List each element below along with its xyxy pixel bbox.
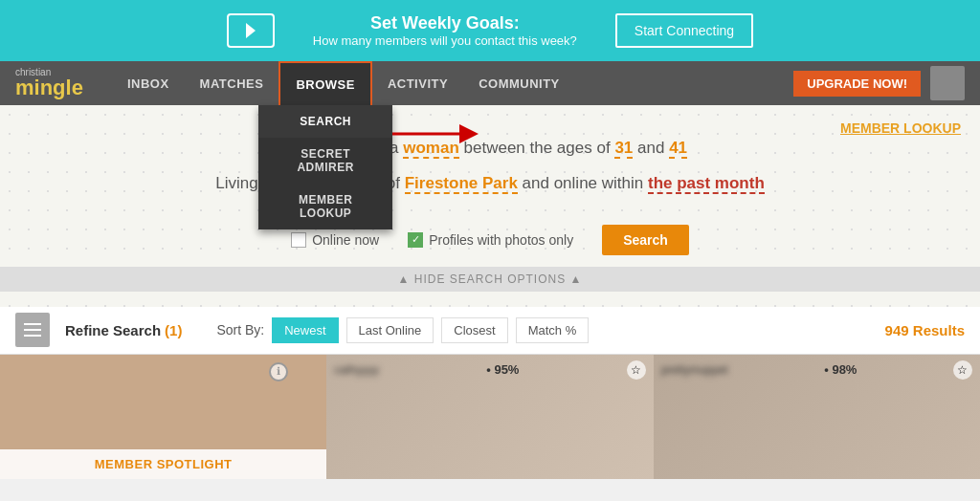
svg-marker-1 — [459, 124, 479, 143]
search-criteria: I am seeking a woman between the ages of… — [0, 120, 980, 217]
browse-dropdown-wrapper: BROWSE SEARCH SECRET ADMIRER MEMBER LOOK… — [278, 61, 372, 105]
sort-by: Sort By: Newest Last Online Closest Matc… — [216, 317, 589, 343]
banner-text: Set Weekly Goals: How many members will … — [313, 13, 577, 48]
nav-right: UPGRADE NOW! — [793, 66, 965, 100]
promo-banner: Set Weekly Goals: How many members will … — [0, 0, 980, 61]
member-lookup-link[interactable]: MEMBER LOOKUP — [840, 120, 961, 136]
sort-match[interactable]: Match % — [516, 317, 590, 343]
criteria-location[interactable]: Firestone Park — [405, 174, 518, 194]
nav-item-browse[interactable]: BROWSE — [278, 61, 372, 105]
banner-subtitle: How many members will you contact this w… — [313, 33, 577, 48]
photos-only-checkbox[interactable]: ✓ — [408, 232, 423, 248]
search-button[interactable]: Search — [602, 225, 689, 255]
card-3-fav-icon[interactable]: ☆ — [953, 360, 972, 380]
card-2-username: cathyyyy — [334, 363, 379, 377]
criteria-ages-label: between the ages of — [464, 139, 611, 157]
nav-item-matches[interactable]: MATCHES — [185, 61, 279, 105]
spotlight-label: MEMBER SPOTLIGHT — [8, 453, 319, 475]
hide-search-options-bar[interactable]: ▲ HIDE SEARCH OPTIONS ▲ — [0, 267, 980, 292]
refine-label: Refine Search — [65, 322, 161, 338]
results-bar: Refine Search(1) Sort By: Newest Last On… — [0, 307, 980, 355]
menu-bar-2 — [24, 329, 41, 331]
sort-by-label: Sort By: — [216, 322, 264, 338]
cards-row: ℹ MEMBER SPOTLIGHT cathyyyy • 95% ☆ pret… — [0, 355, 980, 479]
red-arrow — [383, 115, 479, 157]
dropdown-item-search[interactable]: SEARCH — [258, 105, 392, 138]
card-3-username: prettymuppet — [661, 363, 728, 377]
menu-bar-1 — [24, 323, 41, 325]
start-connecting-button[interactable]: Start Connecting — [615, 13, 753, 48]
info-icon[interactable]: ℹ — [269, 362, 288, 381]
nav-item-activity[interactable]: ACTIVITY — [372, 61, 463, 105]
criteria-time[interactable]: the past month — [648, 174, 765, 194]
search-area: MEMBER LOOKUP I am seeking a woman betwe… — [0, 105, 980, 307]
menu-bar-3 — [24, 335, 41, 337]
nav-item-inbox[interactable]: INBOX — [112, 61, 185, 105]
results-count: 949 Results — [885, 322, 965, 338]
online-now-checkbox[interactable] — [291, 232, 306, 248]
refine-count: (1) — [165, 322, 182, 338]
online-now-option[interactable]: Online now — [291, 232, 379, 248]
hide-search-label: ▲ HIDE SEARCH OPTIONS ▲ — [398, 272, 583, 286]
criteria-online-suffix: and online within — [523, 174, 644, 192]
browse-dropdown-menu: SEARCH SECRET ADMIRER MEMBER LOOKUP — [258, 105, 392, 229]
banner-title: Set Weekly Goals: — [313, 13, 577, 33]
criteria-age1[interactable]: 31 — [614, 139, 633, 159]
sort-newest[interactable]: Newest — [272, 317, 338, 343]
upgrade-button[interactable]: UPGRADE NOW! — [793, 71, 921, 97]
card-spotlight[interactable]: ℹ MEMBER SPOTLIGHT — [0, 355, 326, 479]
criteria-and: and — [637, 139, 664, 157]
card-3[interactable]: prettymuppet • 98% ☆ — [654, 355, 980, 479]
photos-only-label: Profiles with photos only — [429, 232, 573, 248]
nav-links: INBOX MATCHES BROWSE SEARCH SECRET ADMIR… — [112, 61, 793, 105]
photos-only-option[interactable]: ✓ Profiles with photos only — [408, 232, 573, 248]
criteria-age2[interactable]: 41 — [669, 139, 687, 159]
navbar: christian mingle INBOX MATCHES BROWSE SE… — [0, 61, 980, 105]
card-3-match: • 98% — [824, 362, 857, 377]
search-options-row: Online now ✓ Profiles with photos only S… — [0, 217, 980, 267]
card-2-fav-icon[interactable]: ☆ — [627, 360, 646, 380]
nav-item-community[interactable]: COMMUNITY — [463, 61, 575, 105]
chat-icon — [227, 13, 275, 48]
refine-search-label: Refine Search(1) — [65, 322, 182, 338]
sort-last-online[interactable]: Last Online — [346, 317, 434, 343]
logo: christian mingle — [15, 68, 83, 98]
card-2-match: • 95% — [486, 362, 519, 377]
card-2[interactable]: cathyyyy • 95% ☆ — [326, 355, 653, 479]
sort-closest[interactable]: Closest — [441, 317, 507, 343]
online-now-label: Online now — [312, 232, 379, 248]
dropdown-item-secret-admirer[interactable]: SECRET ADMIRER — [258, 138, 392, 184]
menu-icon[interactable] — [15, 313, 50, 347]
dropdown-item-member-lookup[interactable]: MEMBER LOOKUP — [258, 184, 392, 229]
logo-mingle: mingle — [15, 77, 83, 98]
avatar[interactable] — [930, 66, 965, 100]
